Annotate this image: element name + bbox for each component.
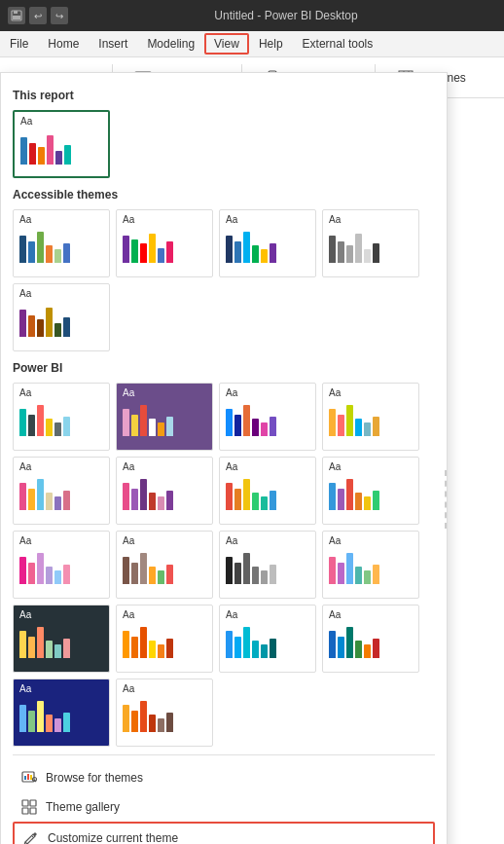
theme-gallery-label: Theme gallery <box>46 800 120 814</box>
theme-card-this-report-0[interactable]: Aa <box>13 110 110 178</box>
accessible-theme-2[interactable]: Aa <box>219 209 316 277</box>
svg-rect-23 <box>22 800 28 806</box>
title-bar: ↩ ↪ Untitled - Power BI Desktop <box>0 0 504 31</box>
svg-rect-25 <box>22 808 28 814</box>
customize-theme-action[interactable]: Customize current theme <box>13 822 435 844</box>
browse-themes-action[interactable]: Browse for themes <box>13 763 435 792</box>
theme-card-label: Aa <box>20 116 32 127</box>
pbi-theme-3[interactable]: Aa <box>322 383 419 451</box>
pbi-theme-13[interactable]: Aa <box>116 605 213 673</box>
window-title: Untitled - Power BI Desktop <box>76 9 496 22</box>
pbi-theme-4[interactable]: Aa <box>13 457 110 525</box>
customize-theme-icon <box>22 829 40 844</box>
menu-home[interactable]: Home <box>38 33 89 55</box>
pbi-theme-16[interactable]: Aa <box>13 679 110 747</box>
pbi-theme-14[interactable]: Aa <box>219 605 316 673</box>
accessible-theme-4[interactable]: Aa <box>13 283 110 351</box>
save-icon[interactable] <box>8 7 25 24</box>
pbi-theme-8[interactable]: Aa <box>13 531 110 599</box>
themes-dropdown-panel: This report Aa Accessible themes Aa <box>0 72 448 844</box>
accessible-theme-1[interactable]: Aa <box>116 209 213 277</box>
svg-line-29 <box>31 835 34 838</box>
accessible-theme-3[interactable]: Aa <box>322 209 419 277</box>
pbi-theme-12[interactable]: Aa <box>13 605 110 673</box>
pbi-theme-7[interactable]: Aa <box>322 457 419 525</box>
pbi-theme-5[interactable]: Aa <box>116 457 213 525</box>
menu-file[interactable]: File <box>0 33 38 55</box>
pbi-theme-2[interactable]: Aa <box>219 383 316 451</box>
dotted-border-indicator <box>445 470 447 529</box>
svg-rect-24 <box>30 800 36 806</box>
menu-modeling[interactable]: Modeling <box>137 33 204 55</box>
undo-icon[interactable]: ↩ <box>29 7 47 24</box>
customize-theme-label: Customize current theme <box>48 831 178 844</box>
mini-bars <box>20 129 71 165</box>
pbi-theme-1[interactable]: Aa <box>116 383 213 451</box>
svg-rect-26 <box>30 808 36 814</box>
theme-gallery-action[interactable]: Theme gallery <box>13 792 435 822</box>
svg-rect-19 <box>24 776 26 780</box>
title-bar-icons: ↩ ↪ <box>8 7 68 24</box>
power-bi-label: Power BI <box>13 361 435 375</box>
pbi-theme-0[interactable]: Aa <box>13 383 110 451</box>
svg-rect-21 <box>30 775 32 780</box>
menu-external-tools[interactable]: External tools <box>293 33 383 55</box>
pbi-theme-9[interactable]: Aa <box>116 531 213 599</box>
pbi-theme-6[interactable]: Aa <box>219 457 316 525</box>
menu-bar: File Home Insert Modeling View Help Exte… <box>0 31 504 57</box>
svg-rect-2 <box>13 16 20 19</box>
accessible-themes-grid: Aa Aa <box>13 209 435 351</box>
browse-themes-icon <box>20 769 38 787</box>
svg-rect-20 <box>27 774 29 780</box>
pbi-theme-15[interactable]: Aa <box>322 605 419 673</box>
accessible-theme-0[interactable]: Aa <box>13 209 110 277</box>
svg-rect-1 <box>14 11 18 14</box>
pbi-theme-11[interactable]: Aa <box>322 531 419 599</box>
menu-help[interactable]: Help <box>249 33 293 55</box>
this-report-grid: Aa <box>13 110 435 178</box>
pbi-theme-17[interactable]: Aa <box>116 679 213 747</box>
browse-themes-label: Browse for themes <box>46 771 143 785</box>
redo-icon[interactable]: ↪ <box>51 7 68 24</box>
menu-view[interactable]: View <box>204 33 249 55</box>
pbi-theme-10[interactable]: Aa <box>219 531 316 599</box>
accessible-themes-label: Accessible themes <box>13 188 435 202</box>
power-bi-grid: Aa Aa <box>13 383 435 747</box>
theme-gallery-icon <box>20 798 38 816</box>
divider-1 <box>13 754 435 755</box>
this-report-label: This report <box>13 89 435 102</box>
menu-insert[interactable]: Insert <box>89 33 137 55</box>
